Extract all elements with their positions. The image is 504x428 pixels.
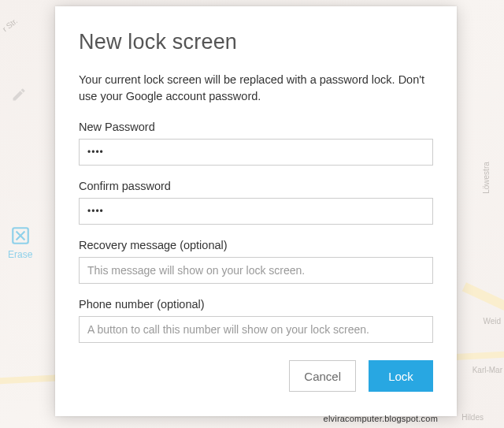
erase-button[interactable]: Erase [8,225,32,260]
erase-label: Erase [8,249,32,260]
phone-number-input[interactable] [79,316,433,343]
new-password-label: New Password [79,121,433,133]
recovery-message-input[interactable] [79,257,433,284]
lock-button[interactable]: Lock [369,360,433,392]
confirm-password-input[interactable] [79,198,433,225]
map-street-label: Hildes [461,413,484,422]
edit-icon[interactable] [11,87,27,102]
erase-icon [10,225,31,246]
new-password-input[interactable] [79,139,433,166]
cancel-button[interactable]: Cancel [289,360,356,392]
phone-number-label: Phone number (optional) [79,298,433,311]
dialog-actions: Cancel Lock [79,360,433,392]
new-lock-screen-dialog: New lock screen Your current lock screen… [55,6,457,416]
confirm-password-label: Confirm password [79,180,433,192]
map-street-label: Karl-Mar [472,366,502,374]
recovery-message-field: Recovery message (optional) [79,239,433,284]
recovery-message-label: Recovery message (optional) [79,239,433,251]
dialog-title: New lock screen [79,30,433,54]
map-street-label: Löwestra [482,162,491,194]
watermark: elviracomputer.blogspot.com [324,414,438,423]
new-password-field: New Password [79,121,433,166]
phone-number-field: Phone number (optional) [79,298,433,343]
confirm-password-field: Confirm password [79,180,433,225]
map-street-label: r Str. [1,17,19,34]
dialog-description: Your current lock screen will be replace… [79,72,433,105]
map-street-label: Weid [483,317,501,326]
